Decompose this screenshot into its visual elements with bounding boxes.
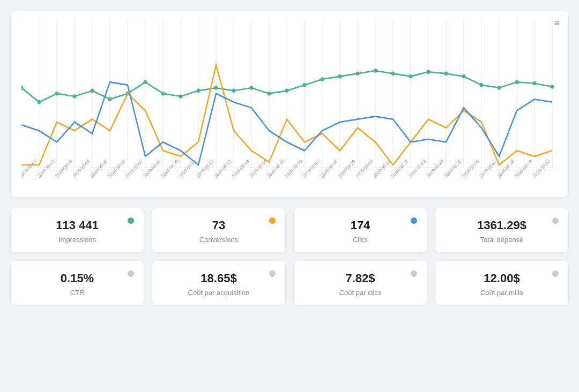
svg-point-55 xyxy=(444,72,448,76)
svg-point-51 xyxy=(374,69,377,72)
svg-text:2020-09-14: 2020-09-14 xyxy=(249,159,268,179)
svg-point-47 xyxy=(303,83,307,87)
metric-card-cout-clics: 7.82$ Coût par clics xyxy=(294,261,427,305)
chart-card: ≡ .grid-line { stroke: #e8e8e8; stroke-w… xyxy=(11,11,568,197)
metric-card-total-depense: 1361.29$ Total dépensé xyxy=(435,208,568,252)
svg-point-46 xyxy=(285,89,289,93)
metric-card-impressions: 113 441 Impressions xyxy=(11,208,144,252)
svg-point-50 xyxy=(356,72,360,76)
svg-point-41 xyxy=(197,89,201,93)
svg-text:2020-09-09: 2020-09-09 xyxy=(160,159,179,179)
cout-acquisition-label: Coût par acquisition xyxy=(165,289,272,297)
metrics-row-1: 113 441 Impressions 73 Conversions 174 C… xyxy=(11,208,568,252)
dashboard: ≡ .grid-line { stroke: #e8e8e8; stroke-w… xyxy=(11,11,568,305)
ctr-value: 0.15% xyxy=(24,272,131,285)
svg-point-32 xyxy=(38,100,41,104)
svg-point-53 xyxy=(409,74,413,78)
svg-point-35 xyxy=(91,89,94,93)
svg-text:2020-09-20: 2020-09-20 xyxy=(355,159,374,179)
impressions-value: 113 441 xyxy=(24,218,131,232)
conversions-dot xyxy=(269,217,276,224)
svg-point-40 xyxy=(179,94,183,98)
total-depense-label: Total dépensé xyxy=(448,236,555,244)
svg-point-34 xyxy=(73,94,77,98)
chart-container: .grid-line { stroke: #e8e8e8; stroke-wid… xyxy=(21,19,558,191)
svg-text:2020-09-18: 2020-09-18 xyxy=(320,159,338,179)
cout-clics-value: 7.82$ xyxy=(307,272,414,285)
svg-point-52 xyxy=(391,72,395,76)
cout-clics-dot xyxy=(411,270,417,277)
cout-acquisition-dot xyxy=(269,270,276,277)
svg-text:2020-09-21: 2020-09-21 xyxy=(373,159,391,179)
cout-mille-label: Coût par mille xyxy=(448,289,555,297)
metric-card-clics: 174 Clics xyxy=(294,208,427,252)
cout-mille-dot xyxy=(552,270,559,277)
svg-point-39 xyxy=(161,92,165,95)
svg-point-44 xyxy=(250,86,254,89)
svg-text:2020-09-22: 2020-09-22 xyxy=(390,159,409,179)
svg-text:2020-09-01: 2020-09-01 xyxy=(21,159,38,179)
svg-text:2020-09-19: 2020-09-19 xyxy=(337,159,356,179)
svg-point-36 xyxy=(108,97,112,101)
svg-point-48 xyxy=(321,77,324,81)
svg-point-33 xyxy=(55,92,59,95)
metrics-row-2: 0.15% CTR 18.65$ Coût par acquisition 7.… xyxy=(11,261,568,305)
svg-text:2020-09-08: 2020-09-08 xyxy=(143,159,161,179)
total-depense-value: 1361.29$ xyxy=(448,218,555,232)
clics-label: Clics xyxy=(307,236,414,244)
impressions-dot xyxy=(128,217,134,224)
conversions-value: 73 xyxy=(165,218,272,232)
metric-card-conversions: 73 Conversions xyxy=(152,208,285,252)
svg-text:2020-09-16: 2020-09-16 xyxy=(284,159,303,179)
svg-text:2020-09-04: 2020-09-04 xyxy=(72,159,91,179)
svg-text:2020-09-12: 2020-09-12 xyxy=(213,159,232,179)
metric-card-cout-mille: 12.00$ Coût par mille xyxy=(435,261,568,305)
svg-point-49 xyxy=(338,74,342,78)
svg-text:2020-09-30: 2020-09-30 xyxy=(532,159,551,179)
svg-text:2020-09-27: 2020-09-27 xyxy=(479,159,498,179)
svg-text:2020-09-07: 2020-09-07 xyxy=(125,159,144,179)
svg-point-59 xyxy=(515,80,519,84)
clics-dot xyxy=(411,217,417,224)
svg-text:2020-09-28: 2020-09-28 xyxy=(496,159,515,179)
svg-text:2020-09-05: 2020-09-05 xyxy=(90,159,108,179)
ctr-label: CTR xyxy=(24,289,131,297)
svg-point-43 xyxy=(232,89,236,93)
svg-text:2020-09-06: 2020-09-06 xyxy=(107,159,126,179)
svg-point-56 xyxy=(462,74,466,78)
chart-svg: .grid-line { stroke: #e8e8e8; stroke-wid… xyxy=(21,19,558,191)
svg-text:2020-09-23: 2020-09-23 xyxy=(408,159,427,179)
cout-clics-label: Coût par clics xyxy=(307,289,414,297)
chart-menu-icon[interactable]: ≡ xyxy=(554,18,560,28)
impressions-label: Impressions xyxy=(24,236,131,244)
svg-text:2020-09-02: 2020-09-02 xyxy=(36,159,55,179)
svg-text:2020-09-24: 2020-09-24 xyxy=(426,159,444,179)
cout-mille-value: 12.00$ xyxy=(448,272,555,285)
svg-point-38 xyxy=(144,80,147,84)
svg-text:2020-09-10: 2020-09-10 xyxy=(178,159,197,179)
svg-text:2020-09-03: 2020-09-03 xyxy=(54,159,73,179)
svg-text:2020-09-25: 2020-09-25 xyxy=(443,159,462,179)
total-depense-dot xyxy=(552,217,559,224)
ctr-dot xyxy=(128,270,134,277)
svg-text:2020-09-17: 2020-09-17 xyxy=(302,159,321,179)
svg-text:2020-09-13: 2020-09-13 xyxy=(231,159,250,179)
clics-value: 174 xyxy=(307,218,414,232)
cout-acquisition-value: 18.65$ xyxy=(165,272,272,285)
svg-point-54 xyxy=(427,70,430,73)
metric-card-cout-acquisition: 18.65$ Coût par acquisition xyxy=(152,261,285,305)
svg-point-60 xyxy=(533,81,537,85)
svg-point-58 xyxy=(498,86,501,89)
conversions-label: Conversions xyxy=(165,236,272,244)
svg-point-45 xyxy=(268,92,271,95)
svg-text:2020-09-29: 2020-09-29 xyxy=(514,159,533,179)
svg-text:2020-09-26: 2020-09-26 xyxy=(461,159,480,179)
svg-point-42 xyxy=(214,86,218,89)
svg-point-61 xyxy=(551,85,554,88)
svg-point-57 xyxy=(480,83,484,87)
metric-card-ctr: 0.15% CTR xyxy=(11,261,144,305)
